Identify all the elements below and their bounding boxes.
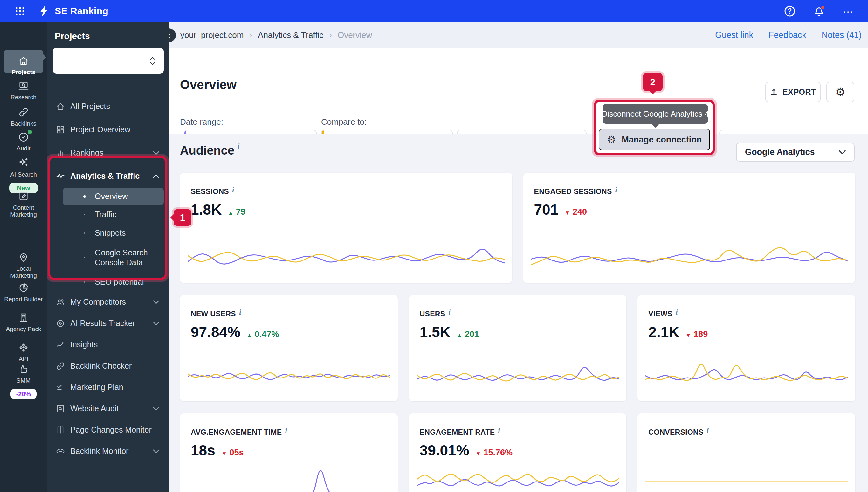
content-header: Overview EXPORT ⚙ Date range: Oct-06 202… — [169, 48, 868, 133]
metric-card-views[interactable]: VIEWS i 2.1K ▼189 — [637, 295, 855, 401]
edit-icon — [18, 191, 29, 202]
info-icon[interactable]: i — [232, 186, 234, 194]
rail-item-local-marketing[interactable]: Local Marketing — [0, 252, 47, 279]
project-selector[interactable] — [53, 48, 164, 74]
chevron-down-icon — [153, 300, 159, 304]
check-circle-icon — [18, 132, 29, 143]
bullet-icon — [84, 257, 85, 258]
annotation-step-2: 2 — [643, 73, 663, 91]
chevron-down-icon — [153, 151, 159, 155]
disconnect-tooltip: Disconnect Google Analytics 4 — [603, 104, 708, 124]
api-icon — [18, 342, 29, 353]
people-icon — [56, 297, 65, 307]
building-icon — [18, 312, 29, 323]
card-value: 701 — [534, 201, 559, 218]
rail-item-projects[interactable]: Projects — [0, 55, 47, 76]
rail-item-agency-pack[interactable]: Agency Pack — [0, 312, 47, 333]
sidebar-item-backlink-monitor[interactable]: Backlink Monitor — [47, 441, 169, 462]
sidebar-item-marketing-plan[interactable]: Marketing Plan — [47, 376, 169, 398]
sidebar-item-ai-results-tracker[interactable]: AI Results Tracker — [47, 313, 169, 334]
sidebar-collapse-icon[interactable]: ‹ — [169, 28, 176, 42]
metric-cards-grid: SESSIONS i 1.8K ▲79 ENGAGED SESSIONS i 7… — [180, 173, 855, 492]
rail-item-ai-search[interactable]: AI Search New — [0, 157, 47, 193]
notes-link[interactable]: Notes (41) — [822, 30, 862, 40]
sidebar-item-my-competitors[interactable]: My Competitors — [47, 291, 169, 313]
sidebar-item-rankings[interactable]: Rankings — [47, 141, 169, 165]
metric-card-users[interactable]: USERS i 1.5K ▲201 — [409, 295, 627, 401]
metric-card-avg-engagement-time[interactable]: AVG.ENGAGEMENT TIME i 18s ▼05s — [180, 414, 398, 492]
info-icon[interactable]: i — [707, 426, 709, 435]
sidebar-item-insights[interactable]: Insights — [47, 334, 169, 355]
app-grid-icon[interactable] — [15, 6, 25, 16]
info-icon[interactable]: i — [675, 308, 678, 316]
feedback-link[interactable]: Feedback — [768, 30, 806, 40]
map-pin-icon — [18, 252, 29, 263]
metric-card-new-users[interactable]: NEW USERS i 97.84% ▲0.47% — [180, 295, 398, 401]
breadcrumb-project[interactable]: your_project.com — [180, 30, 244, 40]
card-label: USERS — [420, 310, 445, 318]
gear-icon: ⚙ — [835, 87, 845, 98]
metric-card-engagement-rate[interactable]: ENGAGEMENT RATE i 39.01% ▼15.76% — [409, 414, 627, 492]
breadcrumb: your_project.com › Analytics & Traffic ›… — [180, 30, 372, 40]
notifications-bell-icon[interactable] — [812, 4, 826, 18]
rail-item-report-builder[interactable]: Report Builder — [0, 282, 47, 303]
analytics-source-select[interactable]: Google Analytics — [736, 143, 854, 162]
metric-card-sessions[interactable]: SESSIONS i 1.8K ▲79 — [180, 173, 512, 283]
more-menu-icon[interactable]: … — [841, 4, 855, 18]
rail-item-research[interactable]: Research — [0, 80, 47, 101]
settings-button[interactable]: ⚙ — [826, 82, 854, 102]
delta-arrow-icon: ▼ — [222, 451, 227, 457]
audience-title: Audience — [180, 144, 234, 157]
info-icon[interactable]: i — [237, 142, 240, 150]
subitem-snippets[interactable]: Snippets — [63, 224, 164, 242]
subitem-seo-potential[interactable]: SEO potential — [63, 273, 164, 291]
delta-arrow-icon: ▼ — [686, 333, 691, 339]
breadcrumb-separator-icon: › — [249, 30, 252, 40]
card-value: 1.5K — [420, 323, 451, 341]
sidebar-item-website-audit[interactable]: Website Audit — [47, 398, 169, 419]
info-icon[interactable]: i — [448, 308, 451, 316]
bullet-icon — [84, 232, 85, 234]
info-icon[interactable]: i — [239, 308, 241, 316]
insights-icon — [56, 340, 65, 349]
sidebar-item-analytics-traffic[interactable]: Analytics & Traffic — [47, 165, 169, 188]
sidebar-item-project-overview[interactable]: Project Overview — [47, 118, 169, 141]
info-icon[interactable]: i — [498, 426, 500, 435]
chain-icon — [56, 446, 65, 456]
audience-section: Audience i Google Analytics SESSIONS i 1… — [169, 133, 868, 492]
chevron-up-icon — [153, 174, 159, 178]
info-icon[interactable]: i — [615, 186, 617, 194]
info-icon[interactable]: i — [285, 426, 287, 435]
breadcrumb-section[interactable]: Analytics & Traffic — [258, 30, 323, 40]
rail-item-content-marketing[interactable]: Content Marketing — [0, 191, 47, 218]
manage-connection-button[interactable]: ⚙ Manage connection — [599, 129, 710, 150]
sparkline-chart — [416, 461, 619, 492]
metric-card-conversions[interactable]: CONVERSIONS i — [637, 414, 855, 492]
subitem-overview[interactable]: Overview — [63, 188, 164, 205]
rail-item-api[interactable]: API — [0, 342, 47, 363]
subitem-google-search-console-data[interactable]: Google Search Console Data — [63, 242, 164, 273]
sidebar-item-all-projects[interactable]: All Projects — [47, 95, 169, 118]
export-button[interactable]: EXPORT — [765, 82, 821, 102]
help-icon[interactable] — [783, 4, 797, 18]
brand[interactable]: SE Ranking — [38, 5, 108, 17]
card-label: NEW USERS — [191, 310, 236, 318]
upload-icon — [770, 88, 778, 96]
sidebar-item-page-changes-monitor[interactable]: Page Changes Monitor — [47, 419, 169, 441]
bullet-icon — [83, 195, 86, 198]
notification-dot — [820, 5, 825, 10]
guest-link[interactable]: Guest link — [715, 30, 753, 40]
breadcrumb-separator-icon: › — [329, 30, 332, 40]
rail-item-smm[interactable]: SMM -20% — [0, 364, 47, 399]
sidebar: Projects All Projects Project Overview R… — [47, 22, 169, 492]
sparkles-icon — [18, 157, 29, 169]
metric-card-engaged-sessions[interactable]: ENGAGED SESSIONS i 701 ▼240 — [524, 173, 856, 283]
rail-item-backlinks[interactable]: Backlinks — [0, 107, 47, 127]
card-value: 1.8K — [191, 201, 222, 218]
pulse-icon — [56, 171, 65, 181]
compare-label: Compare to: — [321, 117, 366, 127]
sidebar-item-backlink-checker[interactable]: Backlink Checker — [47, 355, 169, 376]
card-label: SESSIONS — [191, 187, 229, 196]
rail-item-audit[interactable]: Audit — [0, 132, 47, 152]
subitem-traffic[interactable]: Traffic — [63, 205, 164, 224]
